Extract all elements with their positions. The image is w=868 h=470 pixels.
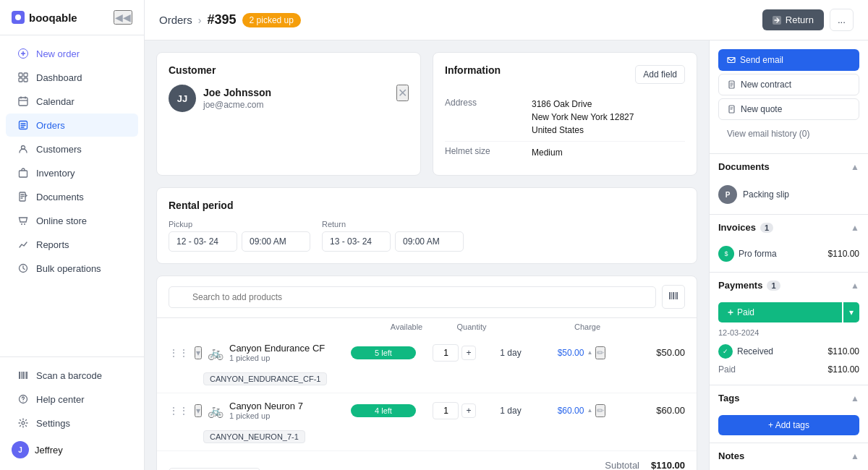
order-id: #395 — [208, 12, 237, 27]
payments-section-header[interactable]: Payments 1 ▲ — [710, 273, 868, 296]
send-email-button[interactable]: Send email — [718, 49, 859, 71]
charge-edit-button-1[interactable]: ✏ — [595, 346, 605, 359]
address-label: Address — [445, 98, 532, 108]
svg-rect-10 — [20, 171, 27, 177]
pickup-field: Pickup 09:00 AM — [169, 220, 310, 252]
info-row-address: Address 3186 Oak Drive New York New York… — [445, 93, 685, 142]
sidebar-item-documents[interactable]: Documents — [6, 185, 138, 208]
settings-icon — [17, 417, 29, 429]
customers-icon — [17, 143, 29, 155]
quantity-input-1[interactable] — [433, 344, 459, 362]
add-tags-button[interactable]: + Add tags — [718, 415, 859, 435]
svg-rect-29 — [676, 292, 678, 299]
user-profile[interactable]: J Jeffrey — [0, 435, 144, 464]
sidebar-item-calendar[interactable]: Calendar — [6, 90, 138, 113]
more-options-button[interactable]: ... — [830, 9, 854, 31]
charge-up-1[interactable]: ▲ — [587, 350, 592, 356]
invoices-section-header[interactable]: Invoices 1 ▲ — [710, 215, 868, 239]
helmet-value: Medium — [532, 146, 563, 159]
return-icon — [773, 16, 781, 25]
sidebar-collapse-button[interactable]: ◀◀ — [114, 10, 132, 25]
svg-rect-3 — [19, 73, 22, 77]
rental-row: Pickup 09:00 AM Return — [169, 220, 685, 252]
qty-increase-button-1[interactable]: + — [461, 346, 475, 360]
customer-info: Joe Johnsson joe@acme.com — [203, 87, 271, 110]
svg-rect-7 — [19, 98, 27, 106]
sidebar-item-bulk-operations[interactable]: Bulk operations — [6, 257, 138, 280]
svg-rect-19 — [26, 372, 27, 379]
pickup-date-input[interactable] — [169, 231, 237, 252]
documents-section: Documents ▲ P Packing slip — [710, 154, 868, 215]
sidebar-item-customers[interactable]: Customers — [6, 137, 138, 161]
sidebar-item-help-center[interactable]: Help center — [6, 388, 138, 411]
quantity-input-2[interactable] — [433, 402, 459, 419]
invoice-icon-pro-forma: $ — [718, 246, 734, 262]
new-quote-button[interactable]: New quote — [718, 98, 859, 120]
product-tag-1: CANYON_ENDURANCE_CF-1 — [203, 372, 327, 385]
add-custom-line-button[interactable]: Add custom line — [169, 468, 260, 471]
charge-cell-2: $60.00 ▲ ✏ — [535, 404, 629, 417]
sidebar-item-inventory[interactable]: Inventory — [6, 161, 138, 184]
view-email-history-link[interactable]: View email history (0) — [718, 123, 859, 145]
available-badge-2: 4 left — [351, 404, 416, 417]
invoices-section: Invoices 1 ▲ $ Pro forma $110.00 — [710, 215, 868, 273]
notes-section-header[interactable]: Notes ▲ — [710, 443, 868, 467]
return-date-input[interactable] — [322, 231, 391, 252]
svg-rect-6 — [24, 78, 27, 82]
payment-icon-received: ✓ — [718, 344, 733, 359]
return-time-select[interactable]: 09:00 AM — [395, 231, 464, 252]
payments-content: Paid ▾ 12-03-2024 ✓ Received $110.00 — [710, 296, 868, 385]
subtotal-row: Subtotal $110.00 — [605, 460, 685, 470]
tags-section-header[interactable]: Tags ▲ — [710, 385, 868, 409]
payments-section: Payments 1 ▲ Paid ▾ 12-0 — [710, 273, 868, 385]
invoice-name-pro-forma: Pro forma — [739, 249, 777, 259]
barcode-scan-button[interactable] — [662, 285, 685, 309]
payment-total-row: Paid $110.00 — [718, 362, 859, 377]
sidebar-item-settings[interactable]: Settings — [6, 411, 138, 435]
paid-dropdown-button[interactable]: ▾ — [843, 302, 859, 322]
expand-button-2[interactable]: ▾ — [195, 404, 202, 417]
svg-rect-17 — [22, 372, 24, 379]
charge-up-2[interactable]: ▲ — [587, 408, 592, 414]
search-products-input[interactable] — [169, 286, 656, 308]
svg-point-12 — [21, 223, 22, 225]
sidebar-item-dashboard[interactable]: Dashboard — [6, 66, 138, 89]
paid-btn-row: Paid ▾ — [718, 302, 859, 322]
return-button[interactable]: Return — [762, 9, 824, 30]
product-row-main-2: ⋮⋮ ▾ 🚲 Canyon Neuron 7 1 picked up 4 lef… — [157, 393, 697, 427]
products-search-header — [157, 276, 697, 318]
breadcrumb-orders[interactable]: Orders — [159, 14, 192, 26]
sidebar-item-new-order[interactable]: New order — [6, 42, 138, 65]
top-cards: Customer JJ Joe Johnsson joe@acme.com — [156, 52, 697, 176]
charge-edit-button-2[interactable]: ✏ — [595, 404, 605, 417]
add-field-button[interactable]: Add field — [635, 65, 685, 84]
tags-title: Tags — [718, 393, 739, 403]
return-inputs: 09:00 AM — [322, 231, 464, 252]
expand-button-1[interactable]: ▾ — [195, 346, 202, 359]
col-charge-header: Charge — [540, 322, 634, 331]
breadcrumb-separator: › — [198, 14, 202, 26]
charge-amount-2: $60.00 — [558, 406, 584, 416]
reports-icon — [17, 239, 29, 250]
pickup-time-select[interactable]: 09:00 AM — [242, 231, 310, 252]
drag-handle-2[interactable]: ⋮⋮ — [169, 405, 189, 416]
qty-increase-button-2[interactable]: + — [461, 403, 475, 418]
new-contract-button[interactable]: New contract — [718, 74, 859, 95]
payments-count-badge: 1 — [767, 281, 780, 291]
product-tag-2: CANYON_NEURON_7-1 — [203, 430, 305, 443]
documents-section-header[interactable]: Documents ▲ — [710, 154, 868, 178]
paid-button[interactable]: Paid — [718, 302, 842, 322]
sidebar-item-reports[interactable]: Reports — [6, 233, 138, 256]
remove-customer-button[interactable]: ✕ — [396, 85, 409, 101]
contract-icon — [728, 80, 736, 89]
sidebar-bottom: Scan a barcode Help center Settings J Je… — [0, 356, 144, 470]
documents-icon — [17, 191, 29, 202]
sidebar-item-scan-barcode[interactable]: Scan a barcode — [6, 364, 138, 387]
barcode-icon — [17, 369, 29, 381]
sidebar-item-orders[interactable]: Orders — [6, 114, 138, 137]
payments-title: Payments 1 — [718, 280, 780, 291]
sidebar-item-online-store[interactable]: Online store — [6, 209, 138, 232]
return-label: Return — [322, 220, 464, 228]
drag-handle-1[interactable]: ⋮⋮ — [169, 347, 189, 359]
product-row-2: ⋮⋮ ▾ 🚲 Canyon Neuron 7 1 picked up 4 lef… — [157, 393, 697, 451]
